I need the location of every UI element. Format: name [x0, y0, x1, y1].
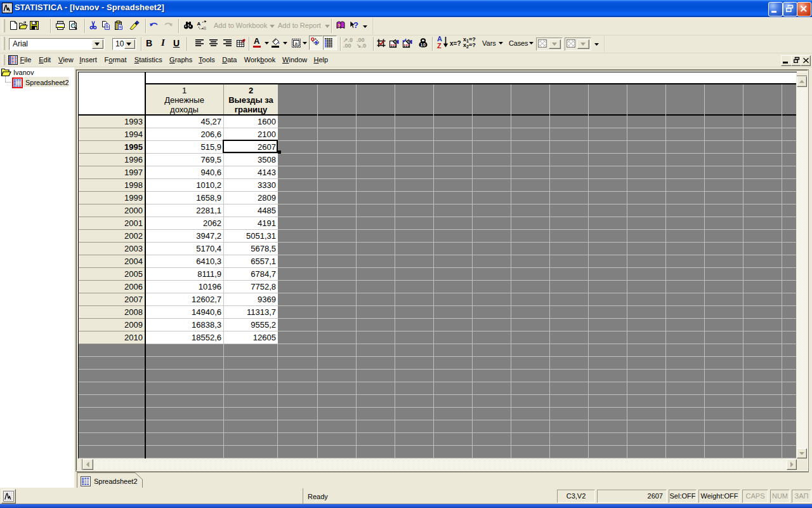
svg-text:10: 10	[421, 43, 426, 47]
svg-text:?: ?	[337, 23, 341, 29]
svg-text:a: a	[294, 41, 298, 46]
svg-text:A: A	[197, 21, 201, 27]
svg-text:B: B	[204, 26, 207, 30]
